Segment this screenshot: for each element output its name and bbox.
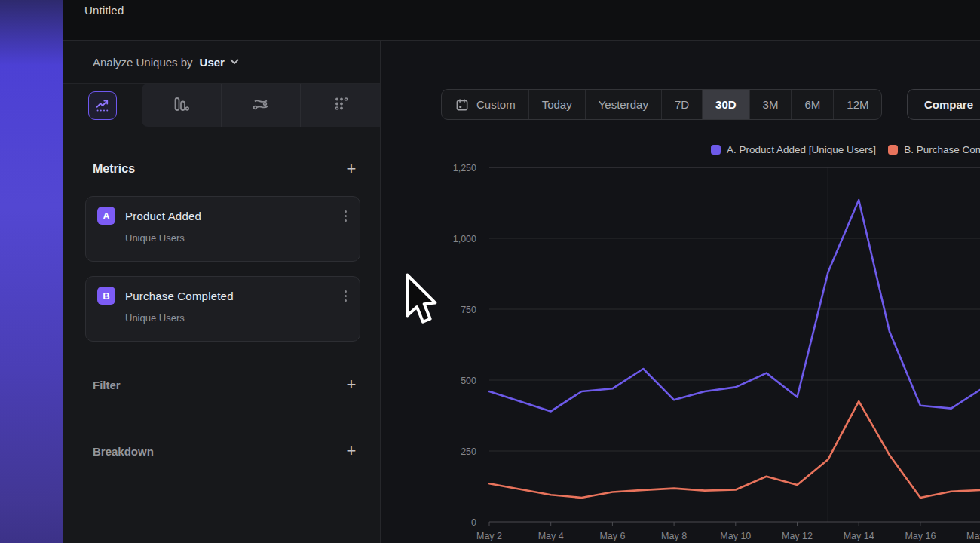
range-button-label: 12M <box>847 98 868 111</box>
date-range-selector: CustomTodayYesterday7D30D3M6M12M <box>441 89 882 120</box>
x-axis-label: May 2 <box>476 531 502 541</box>
legend-item-a[interactable]: A. Product Added [Unique Users] <box>711 144 876 155</box>
chart-type-tabs-group <box>142 84 380 127</box>
y-axis-label: 750 <box>461 305 476 315</box>
filter-section-header: Filter + <box>93 378 360 391</box>
chevron-down-icon[interactable] <box>230 59 239 65</box>
x-axis-label: May 4 <box>538 531 564 541</box>
legend-swatch <box>888 145 898 155</box>
y-axis-label: 1,250 <box>453 163 476 173</box>
range-button-3m[interactable]: 3M <box>750 90 792 119</box>
y-axis-label: 500 <box>461 376 476 386</box>
metrics-header-label: Metrics <box>93 162 135 176</box>
analyze-by-row: Analyze Uniques by User <box>63 41 380 84</box>
range-button-7d[interactable]: 7D <box>662 90 703 119</box>
x-axis-label: May 8 <box>661 531 687 541</box>
metric-subtitle[interactable]: Unique Users <box>125 232 348 244</box>
add-breakdown-button[interactable]: + <box>343 444 360 458</box>
bar-chart-icon <box>172 95 190 116</box>
chart-type-tabs <box>63 84 380 127</box>
range-button-12m[interactable]: 12M <box>834 90 881 119</box>
legend-item-b[interactable]: B. Purchase Completed [Unique Users] <box>888 144 980 155</box>
tab-flows[interactable] <box>221 84 301 127</box>
x-axis: May 2May 4May 6May 8May 10May 12May 14Ma… <box>476 522 980 541</box>
metric-title: Purchase Completed <box>125 290 234 302</box>
chart-panel: CustomTodayYesterday7D30D3M6M12M Compare… <box>381 41 980 543</box>
analyze-by-label: Analyze Uniques by <box>93 56 193 69</box>
x-axis-label: May 14 <box>844 531 874 541</box>
metric-subtitle[interactable]: Unique Users <box>125 312 348 324</box>
flows-icon <box>252 95 270 116</box>
app-window: Untitled Analyze Uniques by User <box>0 0 980 543</box>
series-line-purchase-completed <box>489 401 980 498</box>
metric-card-a[interactable]: A Product Added Unique Users <box>85 196 360 262</box>
range-button-yesterday[interactable]: Yesterday <box>586 90 662 119</box>
report-title[interactable]: Untitled <box>84 4 124 17</box>
analyze-by-value[interactable]: User <box>200 56 225 69</box>
range-button-label: 3M <box>763 98 779 111</box>
metric-card-b[interactable]: B Purchase Completed Unique Users <box>85 276 360 342</box>
x-axis-label: May 18 <box>966 531 980 541</box>
range-button-custom[interactable]: Custom <box>442 90 529 119</box>
kebab-menu-icon[interactable] <box>343 289 348 303</box>
top-bar: Untitled <box>63 0 980 41</box>
metrics-section-header: Metrics + <box>93 162 360 176</box>
y-gridlines: 02505007501,0001,250 <box>453 163 980 528</box>
x-axis-label: May 12 <box>782 531 813 541</box>
filter-header-label: Filter <box>93 379 121 391</box>
range-button-label: 7D <box>675 98 689 111</box>
metric-badge-b: B <box>97 287 115 305</box>
breakdown-section-header: Breakdown + <box>93 444 360 458</box>
range-button-today[interactable]: Today <box>529 90 586 119</box>
metric-badge-a: A <box>97 207 115 225</box>
range-button-label: Custom <box>476 98 516 111</box>
range-button-label: 30D <box>715 98 737 111</box>
range-button-label: Today <box>542 98 572 111</box>
metric-card-a-top: A Product Added <box>97 207 348 225</box>
x-axis-label: May 16 <box>905 531 936 541</box>
dots-grid-icon <box>332 95 350 116</box>
calendar-icon <box>455 97 470 112</box>
line-chart[interactable]: 02505007501,0001,250May 2May 4May 6May 8… <box>381 158 980 543</box>
range-button-label: 6M <box>804 98 820 111</box>
range-button-6m[interactable]: 6M <box>792 90 834 119</box>
metric-card-b-top: B Purchase Completed <box>97 287 348 305</box>
line-chart-icon <box>88 91 117 120</box>
compare-button[interactable]: Compare <box>907 89 980 120</box>
legend-label: A. Product Added [Unique Users] <box>727 144 876 155</box>
y-axis-label: 0 <box>471 517 476 528</box>
series-line-product-added <box>489 200 980 411</box>
range-button-30d[interactable]: 30D <box>703 90 750 119</box>
breakdown-header-label: Breakdown <box>93 445 154 458</box>
y-axis-label: 1,000 <box>453 234 476 244</box>
kebab-menu-icon[interactable] <box>343 209 348 223</box>
legend-swatch <box>711 145 721 155</box>
range-button-label: Yesterday <box>599 98 648 111</box>
metric-title: Product Added <box>125 210 201 222</box>
x-axis-label: May 6 <box>599 531 625 541</box>
tab-bar-chart[interactable] <box>142 84 221 127</box>
add-filter-button[interactable]: + <box>343 378 360 391</box>
y-axis-label: 250 <box>461 446 476 457</box>
tab-line-chart[interactable] <box>63 84 142 127</box>
add-metric-button[interactable]: + <box>343 162 360 176</box>
x-axis-label: May 10 <box>720 531 751 541</box>
decorative-gradient-strip <box>0 0 63 543</box>
chart-legend: A. Product Added [Unique Users]B. Purcha… <box>711 144 980 155</box>
legend-label: B. Purchase Completed [Unique Users] <box>904 144 980 155</box>
tab-retention-grid[interactable] <box>300 84 380 127</box>
sidebar: Analyze Uniques by User <box>63 41 381 543</box>
